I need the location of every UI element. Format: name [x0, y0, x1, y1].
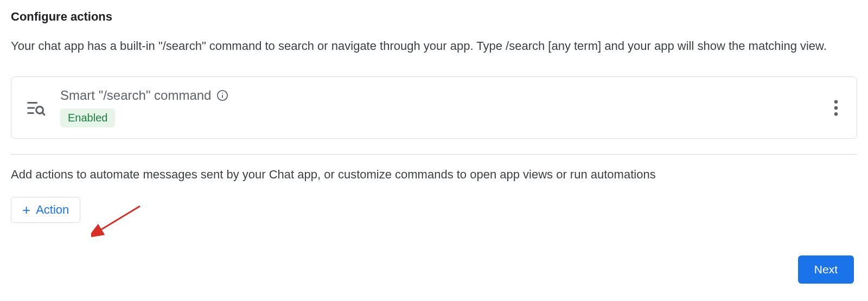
annotation-arrow — [91, 202, 145, 240]
status-badge: Enabled — [60, 108, 115, 127]
more-vert-icon[interactable] — [829, 95, 843, 120]
card-content: Smart "/search" command Enabled — [60, 88, 815, 127]
next-button[interactable]: Next — [798, 255, 854, 284]
add-actions-description: Add actions to automate messages sent by… — [11, 168, 857, 182]
card-title-row: Smart "/search" command — [60, 88, 815, 103]
add-action-button[interactable]: + Action — [11, 197, 80, 223]
search-list-icon — [25, 98, 46, 118]
svg-point-10 — [834, 112, 838, 116]
add-action-label: Action — [36, 203, 69, 217]
section-description: Your chat app has a built-in "/search" c… — [11, 37, 857, 55]
svg-line-12 — [99, 206, 140, 231]
plus-icon: + — [22, 203, 30, 217]
svg-point-8 — [834, 100, 838, 104]
info-icon[interactable] — [216, 89, 228, 101]
section-title: Configure actions — [11, 10, 857, 24]
svg-point-7 — [222, 93, 224, 94]
divider — [11, 154, 857, 155]
svg-line-4 — [42, 112, 44, 114]
smart-search-card: Smart "/search" command Enabled — [11, 76, 857, 139]
svg-point-9 — [834, 106, 838, 110]
card-title: Smart "/search" command — [60, 88, 211, 103]
